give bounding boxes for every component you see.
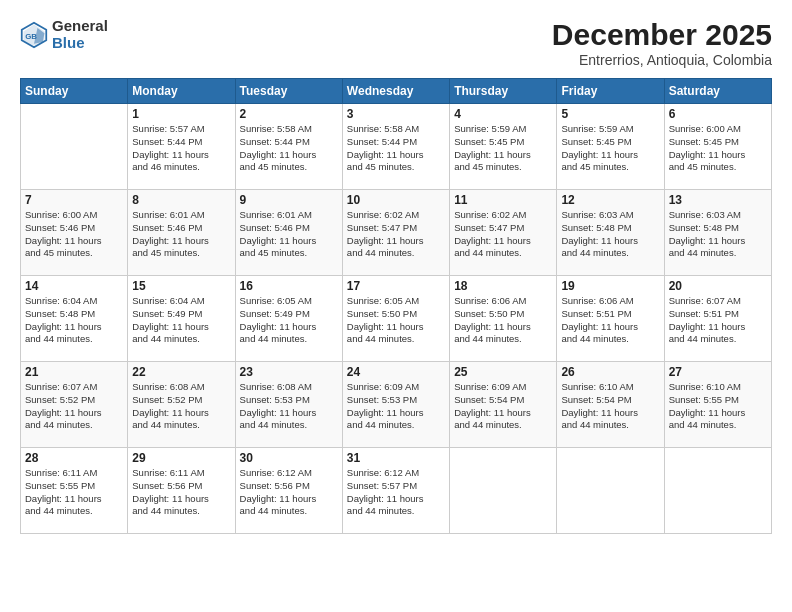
day-header-monday: Monday bbox=[128, 79, 235, 104]
day-number: 14 bbox=[25, 279, 123, 293]
calendar-cell: 9Sunrise: 6:01 AM Sunset: 5:46 PM Daylig… bbox=[235, 190, 342, 276]
calendar-cell: 12Sunrise: 6:03 AM Sunset: 5:48 PM Dayli… bbox=[557, 190, 664, 276]
day-header-tuesday: Tuesday bbox=[235, 79, 342, 104]
main-title: December 2025 bbox=[552, 18, 772, 52]
cell-detail: Sunrise: 6:00 AM Sunset: 5:46 PM Dayligh… bbox=[25, 209, 123, 260]
day-number: 6 bbox=[669, 107, 767, 121]
day-number: 16 bbox=[240, 279, 338, 293]
cell-detail: Sunrise: 6:12 AM Sunset: 5:56 PM Dayligh… bbox=[240, 467, 338, 518]
day-number: 25 bbox=[454, 365, 552, 379]
day-number: 21 bbox=[25, 365, 123, 379]
calendar-table: SundayMondayTuesdayWednesdayThursdayFrid… bbox=[20, 78, 772, 534]
day-number: 20 bbox=[669, 279, 767, 293]
day-number: 28 bbox=[25, 451, 123, 465]
subtitle: Entrerrios, Antioquia, Colombia bbox=[552, 52, 772, 68]
calendar-cell: 19Sunrise: 6:06 AM Sunset: 5:51 PM Dayli… bbox=[557, 276, 664, 362]
calendar-cell: 21Sunrise: 6:07 AM Sunset: 5:52 PM Dayli… bbox=[21, 362, 128, 448]
day-number: 8 bbox=[132, 193, 230, 207]
day-header-thursday: Thursday bbox=[450, 79, 557, 104]
calendar-cell: 28Sunrise: 6:11 AM Sunset: 5:55 PM Dayli… bbox=[21, 448, 128, 534]
cell-detail: Sunrise: 6:02 AM Sunset: 5:47 PM Dayligh… bbox=[347, 209, 445, 260]
cell-detail: Sunrise: 6:10 AM Sunset: 5:55 PM Dayligh… bbox=[669, 381, 767, 432]
logo-text-general: General bbox=[52, 18, 108, 35]
cell-detail: Sunrise: 5:58 AM Sunset: 5:44 PM Dayligh… bbox=[347, 123, 445, 174]
day-number: 9 bbox=[240, 193, 338, 207]
cell-detail: Sunrise: 6:11 AM Sunset: 5:56 PM Dayligh… bbox=[132, 467, 230, 518]
calendar-cell: 17Sunrise: 6:05 AM Sunset: 5:50 PM Dayli… bbox=[342, 276, 449, 362]
calendar-cell: 7Sunrise: 6:00 AM Sunset: 5:46 PM Daylig… bbox=[21, 190, 128, 276]
day-number: 29 bbox=[132, 451, 230, 465]
day-number: 4 bbox=[454, 107, 552, 121]
cell-detail: Sunrise: 6:07 AM Sunset: 5:51 PM Dayligh… bbox=[669, 295, 767, 346]
day-header-wednesday: Wednesday bbox=[342, 79, 449, 104]
cell-detail: Sunrise: 6:05 AM Sunset: 5:50 PM Dayligh… bbox=[347, 295, 445, 346]
header: GB General Blue December 2025 Entrerrios… bbox=[20, 18, 772, 68]
calendar-cell: 27Sunrise: 6:10 AM Sunset: 5:55 PM Dayli… bbox=[664, 362, 771, 448]
title-area: December 2025 Entrerrios, Antioquia, Col… bbox=[552, 18, 772, 68]
day-number: 7 bbox=[25, 193, 123, 207]
day-number: 11 bbox=[454, 193, 552, 207]
cell-detail: Sunrise: 6:06 AM Sunset: 5:50 PM Dayligh… bbox=[454, 295, 552, 346]
calendar-cell: 15Sunrise: 6:04 AM Sunset: 5:49 PM Dayli… bbox=[128, 276, 235, 362]
calendar-cell bbox=[664, 448, 771, 534]
calendar-cell: 11Sunrise: 6:02 AM Sunset: 5:47 PM Dayli… bbox=[450, 190, 557, 276]
calendar-cell: 30Sunrise: 6:12 AM Sunset: 5:56 PM Dayli… bbox=[235, 448, 342, 534]
calendar-cell: 8Sunrise: 6:01 AM Sunset: 5:46 PM Daylig… bbox=[128, 190, 235, 276]
day-number: 26 bbox=[561, 365, 659, 379]
cell-detail: Sunrise: 6:04 AM Sunset: 5:49 PM Dayligh… bbox=[132, 295, 230, 346]
day-number: 23 bbox=[240, 365, 338, 379]
cell-detail: Sunrise: 6:09 AM Sunset: 5:53 PM Dayligh… bbox=[347, 381, 445, 432]
cell-detail: Sunrise: 6:01 AM Sunset: 5:46 PM Dayligh… bbox=[240, 209, 338, 260]
cell-detail: Sunrise: 5:59 AM Sunset: 5:45 PM Dayligh… bbox=[561, 123, 659, 174]
cell-detail: Sunrise: 6:00 AM Sunset: 5:45 PM Dayligh… bbox=[669, 123, 767, 174]
cell-detail: Sunrise: 6:04 AM Sunset: 5:48 PM Dayligh… bbox=[25, 295, 123, 346]
day-number: 17 bbox=[347, 279, 445, 293]
cell-detail: Sunrise: 6:11 AM Sunset: 5:55 PM Dayligh… bbox=[25, 467, 123, 518]
calendar-cell: 26Sunrise: 6:10 AM Sunset: 5:54 PM Dayli… bbox=[557, 362, 664, 448]
cell-detail: Sunrise: 5:58 AM Sunset: 5:44 PM Dayligh… bbox=[240, 123, 338, 174]
day-number: 30 bbox=[240, 451, 338, 465]
calendar-cell: 16Sunrise: 6:05 AM Sunset: 5:49 PM Dayli… bbox=[235, 276, 342, 362]
day-number: 2 bbox=[240, 107, 338, 121]
cell-detail: Sunrise: 6:08 AM Sunset: 5:52 PM Dayligh… bbox=[132, 381, 230, 432]
calendar-cell: 25Sunrise: 6:09 AM Sunset: 5:54 PM Dayli… bbox=[450, 362, 557, 448]
day-number: 27 bbox=[669, 365, 767, 379]
calendar-cell: 5Sunrise: 5:59 AM Sunset: 5:45 PM Daylig… bbox=[557, 104, 664, 190]
day-header-saturday: Saturday bbox=[664, 79, 771, 104]
calendar-cell: 18Sunrise: 6:06 AM Sunset: 5:50 PM Dayli… bbox=[450, 276, 557, 362]
calendar-cell: 22Sunrise: 6:08 AM Sunset: 5:52 PM Dayli… bbox=[128, 362, 235, 448]
logo-icon: GB bbox=[20, 21, 48, 49]
calendar-cell: 20Sunrise: 6:07 AM Sunset: 5:51 PM Dayli… bbox=[664, 276, 771, 362]
day-number: 3 bbox=[347, 107, 445, 121]
cell-detail: Sunrise: 6:07 AM Sunset: 5:52 PM Dayligh… bbox=[25, 381, 123, 432]
day-number: 1 bbox=[132, 107, 230, 121]
calendar-cell: 23Sunrise: 6:08 AM Sunset: 5:53 PM Dayli… bbox=[235, 362, 342, 448]
day-number: 19 bbox=[561, 279, 659, 293]
calendar-cell: 29Sunrise: 6:11 AM Sunset: 5:56 PM Dayli… bbox=[128, 448, 235, 534]
calendar-cell: 3Sunrise: 5:58 AM Sunset: 5:44 PM Daylig… bbox=[342, 104, 449, 190]
day-number: 22 bbox=[132, 365, 230, 379]
cell-detail: Sunrise: 6:03 AM Sunset: 5:48 PM Dayligh… bbox=[669, 209, 767, 260]
day-number: 12 bbox=[561, 193, 659, 207]
calendar-cell: 10Sunrise: 6:02 AM Sunset: 5:47 PM Dayli… bbox=[342, 190, 449, 276]
cell-detail: Sunrise: 6:02 AM Sunset: 5:47 PM Dayligh… bbox=[454, 209, 552, 260]
cell-detail: Sunrise: 5:57 AM Sunset: 5:44 PM Dayligh… bbox=[132, 123, 230, 174]
day-number: 18 bbox=[454, 279, 552, 293]
day-header-friday: Friday bbox=[557, 79, 664, 104]
cell-detail: Sunrise: 6:12 AM Sunset: 5:57 PM Dayligh… bbox=[347, 467, 445, 518]
calendar-cell: 2Sunrise: 5:58 AM Sunset: 5:44 PM Daylig… bbox=[235, 104, 342, 190]
cell-detail: Sunrise: 6:10 AM Sunset: 5:54 PM Dayligh… bbox=[561, 381, 659, 432]
cell-detail: Sunrise: 6:01 AM Sunset: 5:46 PM Dayligh… bbox=[132, 209, 230, 260]
day-number: 10 bbox=[347, 193, 445, 207]
calendar-cell: 6Sunrise: 6:00 AM Sunset: 5:45 PM Daylig… bbox=[664, 104, 771, 190]
calendar-cell bbox=[450, 448, 557, 534]
calendar-cell: 4Sunrise: 5:59 AM Sunset: 5:45 PM Daylig… bbox=[450, 104, 557, 190]
logo: GB General Blue bbox=[20, 18, 108, 51]
day-number: 15 bbox=[132, 279, 230, 293]
day-header-sunday: Sunday bbox=[21, 79, 128, 104]
cell-detail: Sunrise: 6:05 AM Sunset: 5:49 PM Dayligh… bbox=[240, 295, 338, 346]
cell-detail: Sunrise: 6:06 AM Sunset: 5:51 PM Dayligh… bbox=[561, 295, 659, 346]
svg-text:GB: GB bbox=[25, 31, 37, 40]
calendar-cell bbox=[557, 448, 664, 534]
cell-detail: Sunrise: 6:08 AM Sunset: 5:53 PM Dayligh… bbox=[240, 381, 338, 432]
